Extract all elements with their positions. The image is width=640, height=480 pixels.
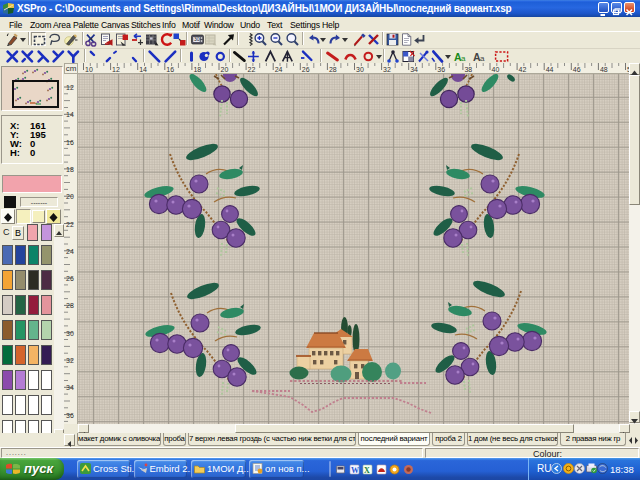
svg-text:26: 26 (302, 66, 310, 73)
svg-text:28: 28 (66, 302, 74, 309)
svg-text:32: 32 (383, 66, 391, 73)
svg-text:22: 22 (66, 221, 74, 228)
svg-text:36: 36 (437, 66, 445, 73)
svg-text:20: 20 (221, 66, 229, 73)
svg-text:34: 34 (410, 66, 418, 73)
svg-text:30: 30 (194, 36, 200, 42)
svg-text:36: 36 (66, 412, 74, 419)
svg-text:38: 38 (464, 66, 472, 73)
svg-text:12: 12 (112, 66, 120, 73)
svg-text:30: 30 (66, 330, 74, 337)
svg-text:24: 24 (275, 66, 283, 73)
svg-text:22: 22 (248, 66, 256, 73)
svg-text:48: 48 (600, 66, 608, 73)
svg-text:18: 18 (66, 166, 74, 173)
svg-text:12: 12 (66, 84, 74, 91)
svg-text:18: 18 (193, 66, 201, 73)
svg-text:X: X (364, 466, 370, 475)
svg-text:40: 40 (492, 66, 500, 73)
svg-text:24: 24 (66, 248, 74, 255)
svg-text:30: 30 (356, 66, 364, 73)
svg-text:32: 32 (66, 357, 74, 364)
svg-text:16: 16 (66, 139, 74, 146)
svg-text:26: 26 (66, 275, 74, 282)
svg-text:a: a (480, 54, 485, 63)
svg-text:16: 16 (166, 66, 174, 73)
svg-text:20: 20 (66, 193, 74, 200)
svg-text:a: a (461, 54, 466, 63)
svg-text:34: 34 (66, 384, 74, 391)
svg-text:28: 28 (329, 66, 337, 73)
svg-text:14: 14 (66, 111, 74, 118)
svg-text:46: 46 (573, 66, 581, 73)
svg-text:44: 44 (546, 66, 554, 73)
svg-text:10: 10 (85, 66, 93, 73)
svg-text:14: 14 (139, 66, 147, 73)
svg-text:W: W (351, 466, 359, 475)
svg-text:42: 42 (519, 66, 527, 73)
